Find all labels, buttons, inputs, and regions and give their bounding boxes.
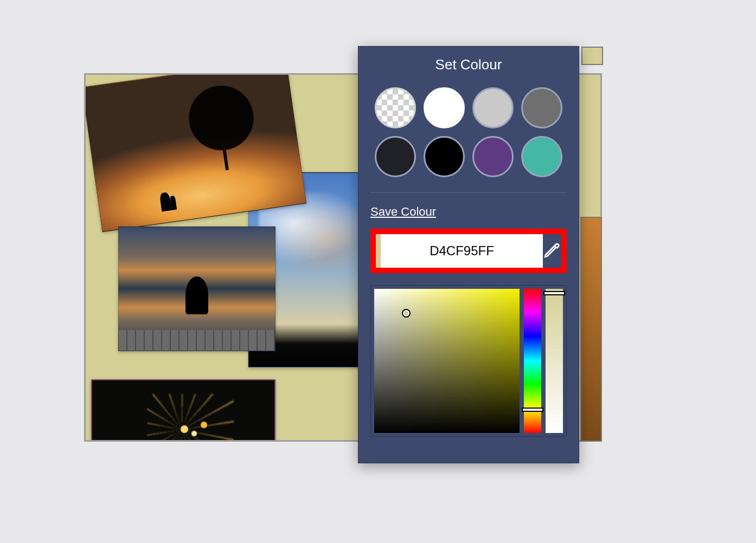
hex-row <box>376 234 561 268</box>
hex-input[interactable] <box>381 234 543 268</box>
hue-handle[interactable] <box>522 408 543 412</box>
swatch-teal[interactable] <box>521 136 562 177</box>
swatch-purple[interactable] <box>472 136 514 177</box>
save-colour-link[interactable]: Save Colour <box>370 205 436 219</box>
preset-swatch-grid <box>370 87 567 192</box>
current-colour-chip[interactable] <box>581 47 603 65</box>
hex-row-highlight <box>370 229 567 273</box>
swatch-white[interactable] <box>424 87 465 128</box>
swatch-grey[interactable] <box>521 87 562 128</box>
saturation-value-box[interactable] <box>374 289 520 433</box>
colour-preview-swatch <box>376 234 381 268</box>
alpha-slider[interactable] <box>546 289 563 433</box>
swatch-charcoal[interactable] <box>375 136 416 177</box>
set-colour-panel: Set Colour Save Colour <box>358 46 579 463</box>
panel-title: Set Colour <box>370 56 567 73</box>
collage-image[interactable] <box>118 227 276 351</box>
collage-image[interactable] <box>91 379 276 442</box>
colour-picker-area <box>370 285 567 437</box>
sv-handle[interactable] <box>402 309 411 318</box>
divider <box>370 192 567 193</box>
alpha-handle[interactable] <box>543 291 565 295</box>
eyedropper-button[interactable] <box>543 234 561 268</box>
swatch-transparent[interactable] <box>375 87 416 128</box>
collage-image[interactable] <box>580 217 602 442</box>
eyedropper-icon <box>543 241 561 261</box>
hue-slider[interactable] <box>524 289 541 433</box>
swatch-light-grey[interactable] <box>472 87 514 128</box>
swatch-black[interactable] <box>424 136 465 177</box>
